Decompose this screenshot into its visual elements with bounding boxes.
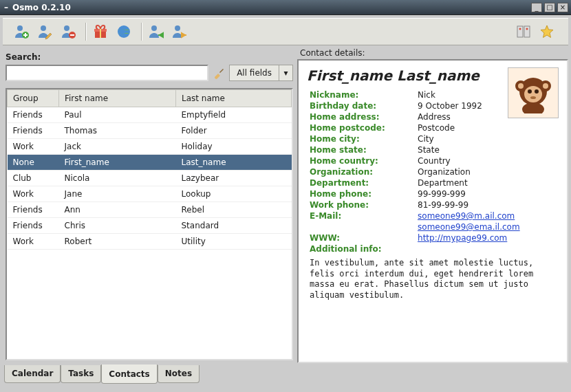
table-cell: Friends — [8, 107, 59, 123]
table-row[interactable]: FriendsAnnRebel — [8, 202, 292, 218]
table-row[interactable]: WorkRobertUtility — [8, 234, 292, 250]
details-box: First_name Last_name Nickname:NickBirthd… — [297, 59, 568, 363]
person-pencil-icon — [36, 23, 53, 40]
detail-label: Nickname: — [307, 89, 415, 100]
table-cell: Utility — [176, 234, 292, 250]
detail-value: 99-999-999 — [415, 188, 559, 199]
detail-value: City — [415, 133, 559, 144]
table-row[interactable]: NoneFirst_nameLast_name — [8, 155, 292, 171]
person-arrow-in-icon — [148, 23, 164, 40]
detail-label: Home address: — [307, 111, 415, 122]
contact-avatar — [508, 67, 559, 118]
person-minus-icon — [60, 23, 76, 40]
www-link[interactable]: http://mypage99.com — [418, 233, 507, 243]
search-filter-combo[interactable]: All fields ▾ — [229, 65, 293, 81]
chevron-down-icon[interactable]: ▾ — [279, 65, 292, 80]
remove-contact-button[interactable] — [58, 21, 78, 42]
table-row[interactable]: FriendsChrisStandard — [8, 218, 292, 234]
column-header[interactable]: Group — [8, 90, 59, 107]
detail-label: Organization: — [307, 166, 415, 177]
detail-label: Home country: — [307, 155, 415, 166]
map-pin-icon — [516, 24, 531, 39]
tab-tasks[interactable]: Tasks — [61, 365, 101, 383]
svg-point-10 — [175, 25, 180, 31]
add-contact-button[interactable] — [11, 21, 32, 42]
globe-icon — [116, 23, 132, 40]
table-row[interactable]: FriendsThomasFolder — [8, 123, 292, 139]
detail-label: Additional info: — [307, 243, 559, 254]
svg-rect-12 — [524, 26, 530, 37]
import-button[interactable] — [146, 21, 166, 42]
search-area: Search: All fields ▾ — [3, 48, 296, 84]
svg-point-18 — [518, 83, 524, 89]
table-cell: Club — [8, 171, 59, 186]
svg-point-0 — [17, 25, 23, 31]
contact-details-panel: Contact details: First_name Last_name Ni… — [297, 48, 568, 363]
detail-label — [307, 221, 415, 232]
table-cell: Folder — [176, 123, 292, 139]
table-cell: Work — [8, 234, 59, 250]
map-view-button[interactable] — [513, 21, 534, 42]
detail-label: Department: — [307, 177, 415, 188]
table-row[interactable]: WorkJaneLookup — [8, 186, 292, 202]
svg-point-22 — [535, 89, 539, 94]
table-cell: Jack — [59, 139, 176, 155]
svg-point-13 — [519, 28, 521, 30]
svg-point-9 — [151, 25, 157, 31]
broom-icon — [213, 67, 225, 79]
table-row[interactable]: ClubNicolaLazybear — [8, 171, 292, 186]
table-cell: Rebel — [176, 202, 292, 218]
maximize-button[interactable]: □ — [544, 3, 555, 12]
svg-point-2 — [41, 25, 46, 31]
close-button[interactable]: × — [557, 3, 568, 12]
search-input[interactable] — [6, 65, 208, 81]
svg-rect-7 — [100, 29, 101, 38]
favorite-button[interactable] — [537, 21, 557, 42]
table-cell: Thomas — [59, 123, 176, 139]
birthdays-button[interactable] — [90, 21, 111, 42]
table-row[interactable]: WorkJackHoliday — [8, 139, 292, 155]
clear-search-button[interactable] — [211, 65, 226, 80]
detail-value: State — [415, 144, 559, 155]
minimize-button[interactable]: _ — [531, 3, 542, 12]
table-cell: Last_name — [176, 155, 292, 171]
svg-point-14 — [526, 28, 528, 30]
toolbar-separator — [85, 23, 86, 41]
details-panel-label: Contact details: — [297, 48, 568, 59]
svg-point-3 — [64, 25, 69, 31]
table-cell: Emptyfield — [176, 107, 292, 123]
export-button[interactable] — [169, 21, 190, 42]
person-arrow-out-icon — [171, 23, 188, 40]
window-menu-icon[interactable]: – — [3, 3, 10, 12]
detail-label: Home city: — [307, 133, 415, 144]
table-row[interactable]: FriendsPaulEmptyfield — [8, 107, 292, 123]
tab-contacts[interactable]: Contacts — [101, 364, 157, 384]
search-filter-label: All fields — [230, 68, 279, 78]
search-label: Search: — [6, 52, 293, 62]
edit-contact-button[interactable] — [34, 21, 55, 42]
web-button[interactable] — [114, 21, 134, 42]
table-cell: Holiday — [176, 139, 292, 155]
contacts-table-wrap: GroupFirst nameLast name FriendsPaulEmpt… — [6, 88, 293, 360]
bottom-tabs: CalendarTasksContactsNotes — [0, 366, 571, 385]
detail-label: Home state: — [307, 144, 415, 155]
email-link[interactable]: someone99@m.ail.com — [418, 211, 515, 221]
email-link[interactable]: someone99@ema.il.com — [418, 222, 520, 232]
tab-notes[interactable]: Notes — [158, 365, 200, 383]
contact-list-panel: Search: All fields ▾ GroupFirst nameLast… — [3, 48, 296, 363]
svg-point-23 — [530, 96, 536, 99]
window-titlebar: – Osmo 0.2.10 _ □ × — [0, 0, 571, 15]
table-cell: Lookup — [176, 186, 292, 202]
column-header[interactable]: Last name — [176, 90, 292, 107]
tab-calendar[interactable]: Calendar — [4, 365, 61, 383]
column-header[interactable]: First name — [59, 90, 176, 107]
detail-label: Work phone: — [307, 199, 415, 210]
svg-point-21 — [528, 89, 532, 94]
detail-label: Home phone: — [307, 188, 415, 199]
star-icon — [539, 24, 554, 39]
detail-value: Country — [415, 155, 559, 166]
detail-value: Organization — [415, 166, 559, 177]
table-cell: Work — [8, 139, 59, 155]
table-cell: Ann — [59, 202, 176, 218]
main-content: Search: All fields ▾ GroupFirst nameLast… — [0, 45, 571, 366]
